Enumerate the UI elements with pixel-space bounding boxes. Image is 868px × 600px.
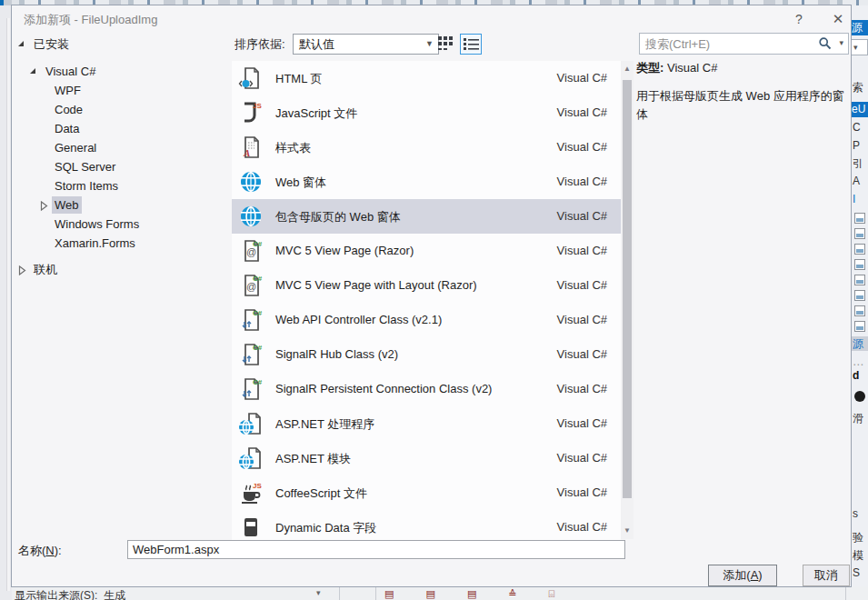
- cancel-button[interactable]: 取消: [803, 565, 850, 586]
- template-language: Visual C#: [557, 485, 607, 499]
- image-file-icon: [854, 213, 865, 224]
- template-language: Visual C#: [557, 451, 607, 465]
- list-view-button[interactable]: [460, 34, 482, 55]
- scroll-up-icon[interactable]: ▲: [621, 63, 634, 75]
- web-form-master-icon: [238, 204, 264, 229]
- web-form-icon: [238, 169, 264, 195]
- mvc-view-icon: @C#: [238, 273, 264, 298]
- aspnet-icon: [238, 445, 264, 471]
- list-item[interactable]: @C#MVC 5 View Page with Layout (Razor)Vi…: [232, 268, 621, 303]
- dialog-title: 添加新项 - FileUploadImg: [24, 12, 157, 28]
- image-file-icon: [854, 259, 865, 270]
- template-language: Visual C#: [557, 382, 607, 395]
- background-text-fragment: s: [851, 507, 868, 520]
- expanded-arrow-icon[interactable]: [30, 68, 35, 74]
- tree-item-label[interactable]: General: [52, 139, 99, 156]
- code-class-icon: C#: [238, 307, 264, 333]
- template-language: Visual C#: [557, 520, 607, 534]
- list-item[interactable]: ASP.NET 处理程序Visual C#: [232, 406, 621, 441]
- template-language: Visual C#: [557, 209, 607, 223]
- background-solution-explorer-sliver: 源▾索eUCP引AI源d滑s验模S⋯: [851, 5, 868, 600]
- svg-text:C#: C#: [253, 378, 263, 386]
- svg-text:JS: JS: [253, 102, 262, 110]
- list-item[interactable]: @C#MVC 5 View Page (Razor)Visual C#: [232, 234, 621, 268]
- code-class-icon: C#: [238, 342, 264, 367]
- name-input[interactable]: WebForm1.aspx: [127, 540, 625, 559]
- template-language: Visual C#: [557, 244, 607, 257]
- web-form-master-icon: [238, 204, 264, 229]
- tree-item-label[interactable]: Windows Forms: [52, 215, 142, 233]
- help-button[interactable]: ?: [790, 10, 808, 28]
- separator: [845, 586, 846, 600]
- code-class-icon: C#: [238, 376, 264, 402]
- small-icons-view-button[interactable]: [435, 34, 457, 55]
- scrollbar-thumb[interactable]: [623, 80, 632, 498]
- search-options-caret-icon[interactable]: ▾: [839, 38, 843, 47]
- add-new-item-dialog: 添加新项 - FileUploadImg ? ✕ 排序依据: 默认值 ▼: [12, 5, 851, 586]
- background-output-bar: 显示输出来源(S): 生成 ▾ ▤ ▤ ▤ ≙ ⌺: [12, 586, 868, 600]
- sort-by-dropdown[interactable]: 默认值 ▼: [293, 34, 439, 55]
- template-name: Web 窗体: [275, 175, 326, 191]
- name-value: WebForm1.aspx: [133, 543, 219, 556]
- search-input[interactable]: 搜索(Ctrl+E) ▾: [639, 33, 849, 55]
- background-text-fragment: 源: [851, 336, 868, 351]
- tree-item-label[interactable]: 联机: [31, 261, 60, 278]
- dialog-titlebar[interactable]: 添加新项 - FileUploadImg ? ✕: [12, 5, 851, 33]
- tree-item-label[interactable]: 已安装: [31, 35, 72, 53]
- image-file-icon: [854, 305, 865, 316]
- svg-text:JS: JS: [253, 482, 262, 490]
- list-item[interactable]: Web 窗体Visual C#: [232, 165, 621, 199]
- list-item[interactable]: C#SignalR Hub Class (v2)Visual C#: [232, 337, 621, 372]
- template-name: 样式表: [275, 140, 311, 156]
- close-button[interactable]: ✕: [828, 9, 848, 29]
- image-file-icon: [854, 275, 865, 285]
- tree-item-label[interactable]: Storm Items: [52, 177, 121, 195]
- scroll-down-icon[interactable]: ▼: [621, 525, 634, 537]
- tree-item-label[interactable]: WPF: [52, 82, 84, 99]
- svg-text:C#: C#: [253, 309, 263, 317]
- background-text-fragment: 索: [851, 80, 868, 95]
- list-item[interactable]: HTML 页Visual C#: [232, 61, 621, 95]
- tree-item-label[interactable]: Xamarin.Forms: [52, 235, 138, 252]
- type-value: Visual C#: [667, 61, 717, 75]
- list-item[interactable]: C#SignalR Persistent Connection Class (v…: [232, 372, 621, 406]
- stylesheet-icon: A: [238, 135, 264, 160]
- javascript-file-icon: JS: [238, 100, 264, 125]
- template-name: SignalR Persistent Connection Class (v2): [275, 382, 492, 395]
- name-label: 名称(N):: [18, 543, 62, 559]
- background-text-fragment: 源: [851, 20, 868, 35]
- list-scrollbar[interactable]: ▲ ▼: [621, 61, 634, 539]
- web-form-icon: [238, 169, 264, 195]
- expanded-arrow-icon[interactable]: [18, 41, 24, 46]
- html-page-icon: [238, 65, 264, 91]
- tree-item-label[interactable]: Visual C#: [43, 63, 98, 80]
- list-item[interactable]: C#Web API Controller Class (v2.1)Visual …: [232, 303, 621, 337]
- tree-item-label[interactable]: Web: [52, 196, 82, 214]
- list-item[interactable]: 包含母版页的 Web 窗体Visual C#: [232, 199, 621, 234]
- tree-item-label[interactable]: SQL Server: [52, 158, 118, 175]
- tree-item-label[interactable]: Data: [52, 120, 82, 137]
- list-item[interactable]: ASP.NET 模块Visual C#: [232, 441, 621, 475]
- list-item[interactable]: JSJavaScript 文件Visual C#: [232, 95, 621, 130]
- svg-text:C#: C#: [253, 240, 263, 248]
- background-text-fragment: A: [851, 175, 868, 187]
- collapsed-arrow-icon[interactable]: [40, 200, 48, 214]
- list-item[interactable]: Dynamic Data 字段Visual C#: [232, 510, 621, 544]
- code-class-icon: C#: [238, 307, 264, 333]
- template-name: ASP.NET 处理程序: [275, 416, 374, 433]
- template-name: SignalR Hub Class (v2): [275, 347, 398, 361]
- output-toolbar-icons: ▤ ▤ ▤ ≙ ⌺: [384, 588, 569, 600]
- search-icon[interactable]: [819, 37, 832, 54]
- mvc-view-icon: @C#: [238, 238, 264, 264]
- collapsed-arrow-icon[interactable]: [18, 265, 26, 278]
- background-text-fragment: I: [851, 193, 868, 205]
- add-button[interactable]: 添加(A): [708, 565, 777, 586]
- background-text-fragment: 验: [851, 530, 868, 545]
- dynamic-data-icon: [238, 515, 264, 540]
- template-language: Visual C#: [557, 278, 607, 292]
- code-class-icon: C#: [238, 376, 264, 402]
- tree-item-label[interactable]: Code: [52, 101, 85, 118]
- template-language: Visual C#: [557, 71, 607, 85]
- list-item[interactable]: JSCoffeeScript 文件Visual C#: [232, 475, 621, 510]
- list-item[interactable]: A样式表Visual C#: [232, 130, 621, 165]
